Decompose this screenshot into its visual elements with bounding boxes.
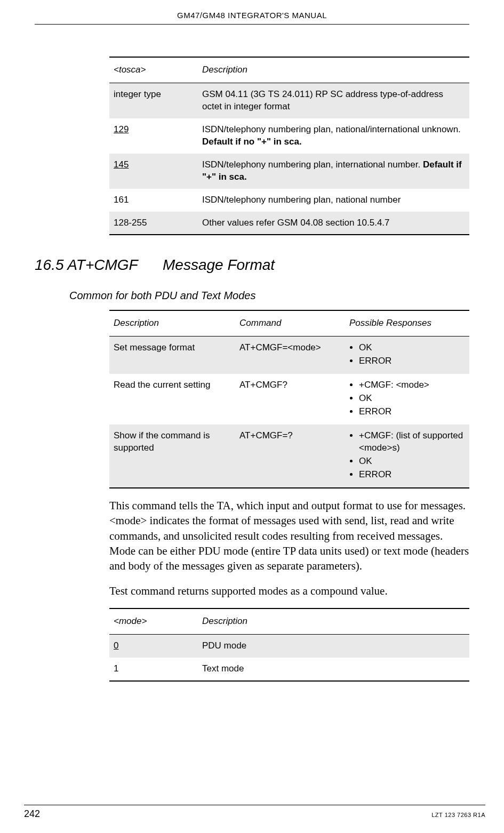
th-description: Description (198, 608, 469, 634)
th-mode: <mode> (109, 608, 198, 634)
cell: ISDN/telephony numbering plan, national/… (198, 118, 469, 154)
section-title-text: Message Format (163, 257, 275, 274)
section-number: 16.5 AT+CMGF (35, 257, 152, 274)
cell: AT+CMGF? (235, 374, 345, 424)
list-item: ERROR (359, 355, 465, 367)
table-row: 0 PDU mode (109, 634, 469, 657)
th-responses: Possible Responses (345, 310, 469, 336)
table-row: 161 ISDN/telephony numbering plan, natio… (109, 189, 469, 212)
cell: GSM 04.11 (3G TS 24.011) RP SC address t… (198, 83, 469, 118)
subsection-heading: Common for both PDU and Text Modes (69, 290, 469, 302)
cell: 1 (109, 658, 198, 681)
cell: +CMGF: (list of supported <mode>s) OK ER… (345, 424, 469, 488)
paragraph: This command tells the TA, which input a… (109, 498, 469, 574)
cell: Other values refer GSM 04.08 section 10.… (198, 212, 469, 235)
cell: 129 (109, 118, 198, 154)
cell: 161 (109, 189, 198, 212)
list-item: OK (359, 393, 465, 405)
th-description: Description (198, 57, 469, 83)
section-heading: 16.5 AT+CMGF Message Format (109, 257, 469, 274)
list-item: OK (359, 342, 465, 354)
table-row: Show if the command is supported AT+CMGF… (109, 424, 469, 488)
cell: 128-255 (109, 212, 198, 235)
th-tosca: <tosca> (109, 57, 198, 83)
cmgf-table: Description Command Possible Responses S… (109, 310, 469, 488)
table-row: 1 Text mode (109, 658, 469, 681)
paragraph: Test command returns supported modes as … (109, 583, 469, 598)
cell: 145 (109, 154, 198, 189)
cell: PDU mode (198, 634, 469, 657)
doc-id: LZT 123 7263 R1A (431, 808, 485, 818)
cell: Set message format (109, 337, 235, 374)
table-row: 145 ISDN/telephony numbering plan, inter… (109, 154, 469, 189)
page-number: 242 (24, 808, 40, 819)
table-row: Read the current setting AT+CMGF? +CMGF:… (109, 374, 469, 424)
th-command: Command (235, 310, 345, 336)
cell: Text mode (198, 658, 469, 681)
cell: Show if the command is supported (109, 424, 235, 488)
cell: ISDN/telephony numbering plan, internati… (198, 154, 469, 189)
list-item: ERROR (359, 406, 465, 418)
mode-table: <mode> Description 0 PDU mode 1 Text mod… (109, 608, 469, 682)
list-item: ERROR (359, 469, 465, 481)
table-row: 129 ISDN/telephony numbering plan, natio… (109, 118, 469, 154)
cell: 0 (109, 634, 198, 657)
cell: +CMGF: <mode> OK ERROR (345, 374, 469, 424)
cell: AT+CMGF=? (235, 424, 345, 488)
table-row: 128-255 Other values refer GSM 04.08 sec… (109, 212, 469, 235)
cell: AT+CMGF=<mode> (235, 337, 345, 374)
th-description: Description (109, 310, 235, 336)
page-header: GM47/GM48 INTEGRATOR'S MANUAL (35, 11, 469, 25)
list-item: OK (359, 455, 465, 468)
list-item: +CMGF: (list of supported <mode>s) (359, 430, 465, 454)
list-item: +CMGF: <mode> (359, 379, 465, 391)
cell: ISDN/telephony numbering plan, national … (198, 189, 469, 212)
cell: OK ERROR (345, 337, 469, 374)
page-footer: 242 LZT 123 7263 R1A (24, 805, 485, 820)
tosca-table: <tosca> Description integer type GSM 04.… (109, 57, 469, 235)
table-row: Set message format AT+CMGF=<mode> OK ERR… (109, 337, 469, 374)
table-row: integer type GSM 04.11 (3G TS 24.011) RP… (109, 83, 469, 118)
cell: Read the current setting (109, 374, 235, 424)
cell: integer type (109, 83, 198, 118)
